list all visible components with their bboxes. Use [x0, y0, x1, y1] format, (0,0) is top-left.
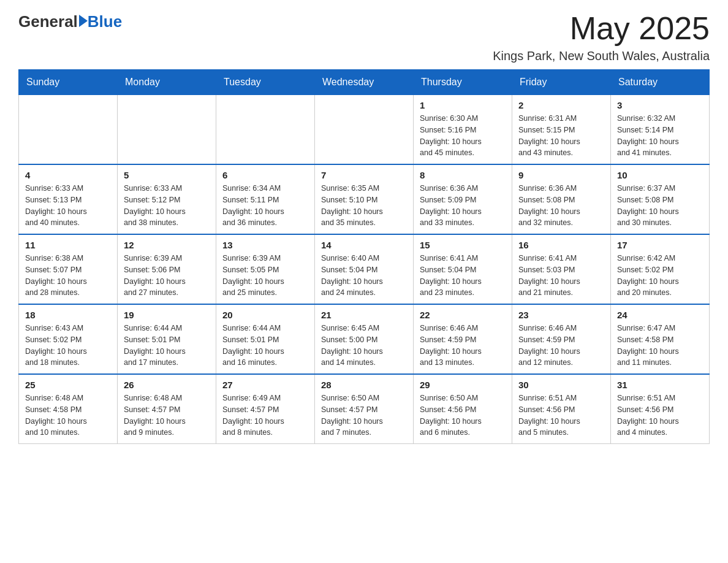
day-info: Sunrise: 6:35 AM Sunset: 5:10 PM Dayligh…: [321, 183, 407, 229]
day-info: Sunrise: 6:33 AM Sunset: 5:13 PM Dayligh…: [25, 183, 111, 229]
day-info: Sunrise: 6:47 AM Sunset: 4:58 PM Dayligh…: [617, 323, 703, 369]
calendar-cell: [315, 94, 414, 164]
day-info: Sunrise: 6:39 AM Sunset: 5:05 PM Dayligh…: [222, 253, 308, 299]
day-number: 17: [617, 240, 703, 250]
day-info: Sunrise: 6:43 AM Sunset: 5:02 PM Dayligh…: [25, 323, 111, 369]
day-info: Sunrise: 6:34 AM Sunset: 5:11 PM Dayligh…: [222, 183, 308, 229]
day-info: Sunrise: 6:41 AM Sunset: 5:03 PM Dayligh…: [518, 253, 604, 299]
day-info: Sunrise: 6:50 AM Sunset: 4:56 PM Dayligh…: [420, 393, 506, 439]
calendar-table: SundayMondayTuesdayWednesdayThursdayFrid…: [18, 69, 710, 444]
calendar-cell: [19, 94, 118, 164]
day-info: Sunrise: 6:50 AM Sunset: 4:57 PM Dayligh…: [321, 393, 407, 439]
calendar-cell: 28Sunrise: 6:50 AM Sunset: 4:57 PM Dayli…: [315, 374, 414, 444]
day-info: Sunrise: 6:41 AM Sunset: 5:04 PM Dayligh…: [420, 253, 506, 299]
calendar-cell: 4Sunrise: 6:33 AM Sunset: 5:13 PM Daylig…: [19, 164, 118, 234]
day-header-sunday: Sunday: [19, 70, 118, 94]
day-number: 12: [124, 240, 210, 250]
calendar-cell: 16Sunrise: 6:41 AM Sunset: 5:03 PM Dayli…: [512, 234, 611, 304]
calendar-cell: 1Sunrise: 6:30 AM Sunset: 5:16 PM Daylig…: [414, 94, 512, 164]
calendar-cell: 3Sunrise: 6:32 AM Sunset: 5:14 PM Daylig…: [611, 94, 710, 164]
day-number: 2: [518, 100, 604, 110]
calendar-cell: 5Sunrise: 6:33 AM Sunset: 5:12 PM Daylig…: [118, 164, 216, 234]
day-number: 6: [222, 170, 308, 180]
day-info: Sunrise: 6:51 AM Sunset: 4:56 PM Dayligh…: [617, 393, 703, 439]
day-header-saturday: Saturday: [611, 70, 710, 94]
day-number: 25: [25, 380, 111, 390]
day-info: Sunrise: 6:36 AM Sunset: 5:08 PM Dayligh…: [518, 183, 604, 229]
day-number: 19: [124, 310, 210, 320]
day-number: 13: [222, 240, 308, 250]
page-header: General Blue May 2025 Kings Park, New So…: [18, 12, 710, 63]
calendar-cell: 6Sunrise: 6:34 AM Sunset: 5:11 PM Daylig…: [216, 164, 315, 234]
calendar-cell: 26Sunrise: 6:48 AM Sunset: 4:57 PM Dayli…: [118, 374, 216, 444]
calendar-cell: 12Sunrise: 6:39 AM Sunset: 5:06 PM Dayli…: [118, 234, 216, 304]
day-info: Sunrise: 6:45 AM Sunset: 5:00 PM Dayligh…: [321, 323, 407, 369]
calendar-header-row: SundayMondayTuesdayWednesdayThursdayFrid…: [19, 70, 710, 94]
day-header-tuesday: Tuesday: [216, 70, 315, 94]
day-number: 7: [321, 170, 407, 180]
day-number: 20: [222, 310, 308, 320]
day-number: 9: [518, 170, 604, 180]
calendar-week-row: 1Sunrise: 6:30 AM Sunset: 5:16 PM Daylig…: [19, 94, 710, 164]
day-info: Sunrise: 6:48 AM Sunset: 4:57 PM Dayligh…: [124, 393, 210, 439]
logo-text-general: General: [18, 12, 78, 31]
day-info: Sunrise: 6:46 AM Sunset: 4:59 PM Dayligh…: [518, 323, 604, 369]
calendar-cell: 2Sunrise: 6:31 AM Sunset: 5:15 PM Daylig…: [512, 94, 611, 164]
day-info: Sunrise: 6:37 AM Sunset: 5:08 PM Dayligh…: [617, 183, 703, 229]
day-info: Sunrise: 6:32 AM Sunset: 5:14 PM Dayligh…: [617, 113, 703, 159]
logo-arrow-icon: [79, 15, 88, 27]
calendar-cell: 31Sunrise: 6:51 AM Sunset: 4:56 PM Dayli…: [611, 374, 710, 444]
day-number: 4: [25, 170, 111, 180]
day-number: 1: [420, 100, 506, 110]
calendar-cell: 11Sunrise: 6:38 AM Sunset: 5:07 PM Dayli…: [19, 234, 118, 304]
day-info: Sunrise: 6:33 AM Sunset: 5:12 PM Dayligh…: [124, 183, 210, 229]
calendar-cell: 10Sunrise: 6:37 AM Sunset: 5:08 PM Dayli…: [611, 164, 710, 234]
calendar-cell: 27Sunrise: 6:49 AM Sunset: 4:57 PM Dayli…: [216, 374, 315, 444]
calendar-cell: 19Sunrise: 6:44 AM Sunset: 5:01 PM Dayli…: [118, 304, 216, 374]
day-info: Sunrise: 6:42 AM Sunset: 5:02 PM Dayligh…: [617, 253, 703, 299]
day-info: Sunrise: 6:40 AM Sunset: 5:04 PM Dayligh…: [321, 253, 407, 299]
day-number: 10: [617, 170, 703, 180]
day-number: 15: [420, 240, 506, 250]
day-number: 30: [518, 380, 604, 390]
day-info: Sunrise: 6:51 AM Sunset: 4:56 PM Dayligh…: [518, 393, 604, 439]
calendar-week-row: 11Sunrise: 6:38 AM Sunset: 5:07 PM Dayli…: [19, 234, 710, 304]
day-info: Sunrise: 6:38 AM Sunset: 5:07 PM Dayligh…: [25, 253, 111, 299]
day-info: Sunrise: 6:44 AM Sunset: 5:01 PM Dayligh…: [124, 323, 210, 369]
calendar-cell: 14Sunrise: 6:40 AM Sunset: 5:04 PM Dayli…: [315, 234, 414, 304]
calendar-cell: 30Sunrise: 6:51 AM Sunset: 4:56 PM Dayli…: [512, 374, 611, 444]
day-number: 5: [124, 170, 210, 180]
day-info: Sunrise: 6:49 AM Sunset: 4:57 PM Dayligh…: [222, 393, 308, 439]
day-header-wednesday: Wednesday: [315, 70, 414, 94]
month-title: May 2025: [493, 12, 710, 44]
day-header-friday: Friday: [512, 70, 611, 94]
calendar-cell: 25Sunrise: 6:48 AM Sunset: 4:58 PM Dayli…: [19, 374, 118, 444]
day-number: 31: [617, 380, 703, 390]
day-number: 8: [420, 170, 506, 180]
day-number: 24: [617, 310, 703, 320]
logo-text-blue: Blue: [88, 12, 122, 31]
day-number: 18: [25, 310, 111, 320]
day-number: 3: [617, 100, 703, 110]
calendar-week-row: 25Sunrise: 6:48 AM Sunset: 4:58 PM Dayli…: [19, 374, 710, 444]
calendar-cell: 24Sunrise: 6:47 AM Sunset: 4:58 PM Dayli…: [611, 304, 710, 374]
day-number: 21: [321, 310, 407, 320]
calendar-cell: 17Sunrise: 6:42 AM Sunset: 5:02 PM Dayli…: [611, 234, 710, 304]
calendar-cell: 18Sunrise: 6:43 AM Sunset: 5:02 PM Dayli…: [19, 304, 118, 374]
day-header-monday: Monday: [118, 70, 216, 94]
day-number: 23: [518, 310, 604, 320]
location-title: Kings Park, New South Wales, Australia: [493, 49, 710, 63]
calendar-cell: 21Sunrise: 6:45 AM Sunset: 5:00 PM Dayli…: [315, 304, 414, 374]
calendar-week-row: 4Sunrise: 6:33 AM Sunset: 5:13 PM Daylig…: [19, 164, 710, 234]
calendar-cell: 13Sunrise: 6:39 AM Sunset: 5:05 PM Dayli…: [216, 234, 315, 304]
calendar-cell: [216, 94, 315, 164]
day-info: Sunrise: 6:31 AM Sunset: 5:15 PM Dayligh…: [518, 113, 604, 159]
calendar-cell: [118, 94, 216, 164]
calendar-cell: 7Sunrise: 6:35 AM Sunset: 5:10 PM Daylig…: [315, 164, 414, 234]
calendar-cell: 15Sunrise: 6:41 AM Sunset: 5:04 PM Dayli…: [414, 234, 512, 304]
day-info: Sunrise: 6:36 AM Sunset: 5:09 PM Dayligh…: [420, 183, 506, 229]
day-header-thursday: Thursday: [414, 70, 512, 94]
day-number: 11: [25, 240, 111, 250]
title-block: May 2025 Kings Park, New South Wales, Au…: [493, 12, 710, 63]
day-number: 29: [420, 380, 506, 390]
